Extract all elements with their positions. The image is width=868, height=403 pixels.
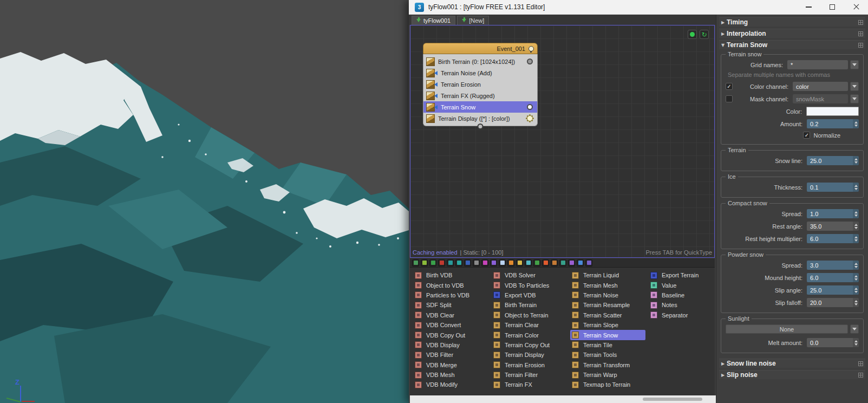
mask-channel-dropdown-button[interactable] <box>850 94 859 103</box>
grid-names-dropdown-button[interactable] <box>850 60 859 69</box>
spinner-arrows[interactable] <box>853 285 859 295</box>
depot-item[interactable]: Terrain Clear <box>492 320 567 330</box>
toolbar-filter-icon[interactable] <box>490 259 497 266</box>
maximize-button[interactable] <box>820 0 844 14</box>
event-canvas[interactable]: ↻ Event_001 Birth Terrain (0: [1024x1024… <box>410 25 715 258</box>
color-channel-checkbox[interactable]: ✓ <box>726 83 733 90</box>
depot-item[interactable]: Terrain Scatter <box>570 310 645 320</box>
depot-item[interactable]: Object to VDB <box>413 280 488 290</box>
param-field[interactable]: 0.1 <box>807 183 859 192</box>
depot-item[interactable]: Terrain Liquid <box>570 270 645 280</box>
depot-item[interactable]: Particles to VDB <box>413 290 488 300</box>
operator-indicator-icon[interactable] <box>527 104 533 110</box>
depot-item[interactable]: Terrain Display <box>492 350 567 360</box>
toolbar-filter-icon[interactable] <box>577 259 584 266</box>
toolbar-filter-icon[interactable] <box>421 259 428 266</box>
depot-item[interactable]: VDB Merge <box>413 360 488 370</box>
viewport-3d[interactable]: Z <box>0 0 409 403</box>
toolbar-filter-icon[interactable] <box>525 259 532 266</box>
operator-row[interactable]: Terrain Display ([*] : [color]) <box>423 113 537 124</box>
depot-item[interactable]: VDB Display <box>413 340 488 350</box>
operator-row[interactable]: Terrain Snow <box>423 101 537 113</box>
depot-item[interactable]: VDB Convert <box>413 320 488 330</box>
toolbar-filter-icon[interactable] <box>499 259 506 266</box>
param-field[interactable]: 6.0 <box>807 234 859 243</box>
panel-section-header[interactable]: ▶ Slip noise <box>719 370 865 379</box>
depot-item[interactable]: Terrain Warp <box>570 370 645 380</box>
depot-item[interactable]: Birth VDB <box>413 270 488 280</box>
depot-item[interactable]: VDB Solver <box>492 270 567 280</box>
mask-channel-checkbox[interactable]: ✓ <box>726 95 733 102</box>
depot-item[interactable]: Terrain Snow <box>570 330 645 340</box>
toolbar-filter-icon[interactable] <box>542 259 549 266</box>
lightbulb-icon[interactable] <box>528 46 534 51</box>
param-field[interactable]: 3.0 <box>807 261 859 270</box>
toolbar-filter-icon[interactable] <box>438 259 445 266</box>
refresh-button[interactable]: ↻ <box>700 30 709 39</box>
toolbar-filter-icon[interactable] <box>559 259 566 266</box>
depot-item[interactable]: VDB To Particles <box>492 280 567 290</box>
depot-item[interactable]: VDB Copy Out <box>413 330 488 340</box>
depot-item[interactable]: VDB Clear <box>413 310 488 320</box>
toolbar-filter-icon[interactable] <box>473 259 480 266</box>
operator-row[interactable]: Birth Terrain (0: [1024x1024]) <box>423 56 537 67</box>
grid-names-input[interactable]: * <box>787 60 848 69</box>
spinner-arrows[interactable] <box>853 261 859 270</box>
minimize-button[interactable] <box>797 0 820 14</box>
toolbar-filter-icon[interactable] <box>516 259 523 266</box>
close-button[interactable] <box>844 0 868 14</box>
panel-section-header[interactable]: ▶ Timing <box>719 17 865 27</box>
toolbar-filter-icon[interactable] <box>455 259 462 266</box>
spinner-arrows[interactable] <box>853 156 859 165</box>
depot-item[interactable]: Terrain FX <box>492 380 567 389</box>
toolbar-filter-icon[interactable] <box>507 259 514 266</box>
sunlight-dropdown-button[interactable] <box>850 324 859 334</box>
depot-item[interactable]: Value <box>649 280 715 290</box>
depot-item[interactable]: Terrain Tile <box>570 340 645 350</box>
param-field[interactable]: 6.0 <box>807 273 859 282</box>
depot-item[interactable]: VDB Mesh <box>413 370 488 380</box>
depot-item[interactable]: Terrain Noise <box>570 290 645 300</box>
flow-tab[interactable]: [New] <box>457 16 489 25</box>
depot-item[interactable]: Notes <box>649 300 715 310</box>
depot-item[interactable]: Terrain Color <box>492 330 567 340</box>
depot-item[interactable]: Export Terrain <box>649 270 715 280</box>
title-bar[interactable]: 3 tyFlow001 : [tyFlow FREE v1.131 Editor… <box>409 0 868 15</box>
horizontal-scrollbar[interactable] <box>410 395 716 403</box>
node-output-connector[interactable] <box>478 123 484 129</box>
spinner-arrows[interactable] <box>853 298 859 307</box>
param-field[interactable]: 25.0 <box>807 156 859 165</box>
panel-section-header[interactable]: ▶ Interpolation <box>719 29 865 38</box>
param-field[interactable]: 0.0 <box>807 338 859 347</box>
param-field[interactable]: 35.0 <box>807 222 859 231</box>
toolbar-filter-icon[interactable] <box>533 259 540 266</box>
spinner-arrows[interactable] <box>853 338 859 347</box>
toolbar-filter-icon[interactable] <box>447 259 454 266</box>
spinner-arrows[interactable] <box>853 209 859 218</box>
depot-item[interactable]: Terrain Erosion <box>492 360 567 370</box>
operator-row[interactable]: Terrain Noise (Add) <box>423 67 537 79</box>
spinner-arrows[interactable] <box>853 119 859 128</box>
flow-tab[interactable]: tyFlow001 <box>412 16 455 25</box>
operator-indicator-icon[interactable] <box>527 115 533 121</box>
spinner-arrows[interactable] <box>853 183 859 192</box>
amount-field[interactable]: 0.2 <box>807 119 859 128</box>
depot-item[interactable]: Export VDB <box>492 290 567 300</box>
depot-item[interactable]: Object to Terrain <box>492 310 567 320</box>
param-field[interactable]: 25.0 <box>807 285 859 295</box>
depot-item[interactable]: Terrain Slope <box>570 320 645 330</box>
toolbar-filter-icon[interactable] <box>412 259 419 266</box>
panel-section-header[interactable]: ▶ Snow line noise <box>719 359 865 368</box>
normalize-checkbox[interactable]: ✓ <box>803 132 810 139</box>
spinner-arrows[interactable] <box>853 273 859 282</box>
color-channel-dropdown-button[interactable] <box>850 82 859 91</box>
operator-row[interactable]: Terrain FX (Rugged) <box>423 90 537 101</box>
depot-item[interactable]: Terrain Filter <box>492 370 567 380</box>
panel-section-header-terrain-snow[interactable]: ▼ Terrain Snow <box>719 40 865 49</box>
toolbar-filter-icon[interactable] <box>568 259 575 266</box>
color-channel-input[interactable]: color <box>793 82 848 91</box>
mask-channel-input[interactable]: snowMask <box>793 94 848 103</box>
snow-color-swatch[interactable] <box>806 107 859 116</box>
toolbar-filter-icon[interactable] <box>464 259 471 266</box>
depot-item[interactable]: Texmap to Terrain <box>570 380 645 389</box>
